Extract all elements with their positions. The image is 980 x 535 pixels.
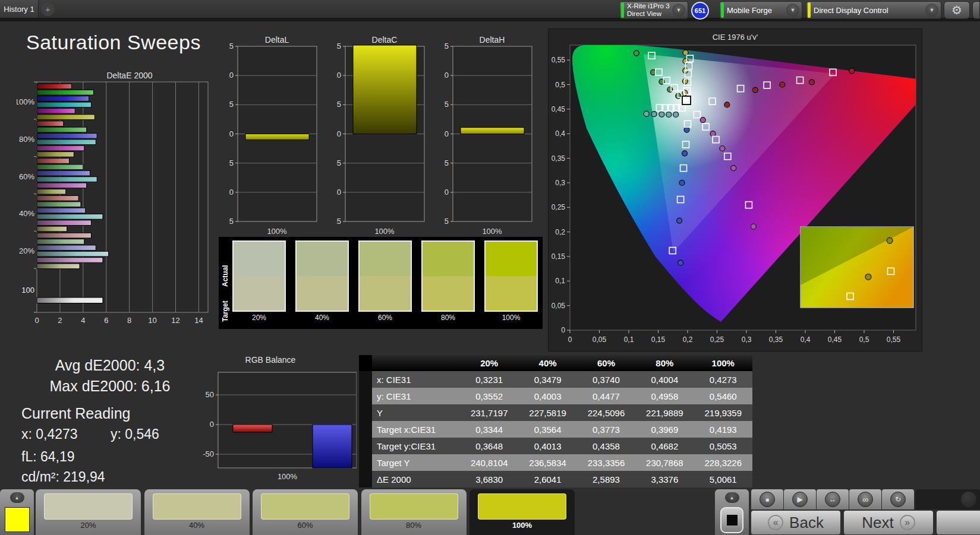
loop-button[interactable]: ∞ bbox=[858, 492, 873, 507]
table-cell: 0,5460 bbox=[694, 388, 752, 404]
level-tile-40%[interactable]: 40% bbox=[144, 489, 250, 535]
svg-text:80%: 80% bbox=[19, 135, 34, 144]
level-tile-60%[interactable]: 60% bbox=[253, 489, 358, 535]
refresh-button[interactable]: ↻ bbox=[890, 492, 906, 507]
level-label: 80% bbox=[361, 521, 467, 530]
step-icon: ↔ bbox=[829, 495, 836, 504]
table-cell: 221,9889 bbox=[635, 404, 694, 421]
svg-text:0,2: 0,2 bbox=[555, 228, 565, 236]
svg-text:0: 0 bbox=[561, 326, 565, 334]
next-label: Next bbox=[862, 514, 893, 532]
table-cell: 0,4682 bbox=[635, 438, 694, 454]
display-control-dropdown[interactable]: Direct Display Control ▼ bbox=[806, 1, 941, 19]
table-column-header: 80% bbox=[635, 355, 694, 371]
stop-icon bbox=[727, 515, 738, 525]
chevron-up-icon[interactable]: ▲ bbox=[10, 492, 24, 503]
table-row-label: Target y:CIE31 bbox=[372, 438, 460, 454]
tab-history-1[interactable]: History 1 bbox=[0, 0, 39, 18]
svg-text:0,4: 0,4 bbox=[801, 335, 811, 344]
partial-toolbar-button[interactable] bbox=[972, 1, 980, 19]
table-row: Target Y240,8104236,5834233,3356230,7868… bbox=[359, 454, 752, 471]
svg-text:0,35: 0,35 bbox=[552, 154, 566, 163]
svg-text:6: 6 bbox=[104, 316, 108, 325]
play-button[interactable]: ▶ bbox=[792, 492, 808, 507]
level-tile-20%[interactable]: 20% bbox=[36, 489, 141, 535]
svg-text:0,5: 0,5 bbox=[859, 335, 869, 344]
svg-text:15: 15 bbox=[336, 42, 341, 50]
actual-swatch bbox=[297, 242, 348, 276]
table-row-label: ΔE 2000 bbox=[372, 471, 460, 487]
next-button[interactable]: Next » bbox=[844, 511, 933, 534]
level-swatch bbox=[44, 493, 133, 520]
tab-label: History 1 bbox=[4, 5, 34, 14]
source-dropdown[interactable]: Mobile Forge ▼ bbox=[719, 1, 802, 19]
transport-segment: ↔ bbox=[817, 489, 849, 509]
svg-text:-15: -15 bbox=[444, 217, 449, 226]
table-cell: 0,3231 bbox=[460, 371, 518, 388]
table-cell: 0,3344 bbox=[460, 421, 518, 438]
step-button[interactable]: ↔ bbox=[825, 492, 840, 507]
chevron-down-icon: ▼ bbox=[786, 4, 799, 17]
svg-text:-10: -10 bbox=[444, 188, 449, 197]
actual-swatch bbox=[234, 242, 285, 276]
chevron-down-icon: ▼ bbox=[672, 4, 685, 17]
back-label: Back bbox=[789, 514, 824, 532]
compare-swatch-20% bbox=[232, 240, 286, 312]
table-cell: 2,5893 bbox=[577, 471, 635, 487]
svg-text:100%: 100% bbox=[267, 227, 287, 236]
svg-text:0: 0 bbox=[337, 129, 341, 138]
table-cell: 0,3773 bbox=[577, 421, 635, 438]
table-cell: 0,3552 bbox=[460, 388, 518, 404]
svg-text:40%: 40% bbox=[19, 209, 34, 218]
level-tile-100%[interactable]: 100% bbox=[469, 489, 575, 535]
chevron-up-icon[interactable]: ▲ bbox=[725, 492, 739, 503]
svg-text:0,55: 0,55 bbox=[887, 335, 901, 344]
svg-text:-15: -15 bbox=[336, 217, 341, 226]
back-button[interactable]: « Back bbox=[751, 511, 840, 534]
deltaH-chart: DeltaH151050-5-10-15100% bbox=[444, 33, 543, 239]
table-cell: 0,4958 bbox=[635, 388, 694, 404]
table-row: Target y:CIE310,36480,40130,43580,46820,… bbox=[359, 438, 752, 454]
svg-text:0,4: 0,4 bbox=[555, 129, 565, 138]
actual-swatch bbox=[360, 242, 411, 276]
table-cell: 0,4273 bbox=[694, 371, 752, 388]
chevron-double-left-icon: « bbox=[768, 515, 783, 530]
svg-text:CIE 1976 u'v': CIE 1976 u'v' bbox=[713, 33, 758, 42]
level-label: 100% bbox=[469, 521, 575, 530]
compare-swatch-label: 40% bbox=[294, 314, 350, 322]
stop-button[interactable]: ■ bbox=[760, 492, 775, 507]
svg-text:DeltaE 2000: DeltaE 2000 bbox=[106, 71, 152, 80]
table-cell: 0,4477 bbox=[577, 388, 635, 404]
level-swatch bbox=[478, 493, 566, 520]
svg-text:0,15: 0,15 bbox=[552, 252, 566, 261]
compare-swatch-label: 80% bbox=[420, 314, 476, 322]
svg-text:20%: 20% bbox=[19, 246, 34, 255]
chevron-down-icon: ▼ bbox=[925, 4, 938, 17]
level-tile-80%[interactable]: 80% bbox=[361, 489, 467, 535]
meter-dropdown[interactable]: X-Rite i1Pro 3 Direct View ▼ bbox=[619, 1, 688, 19]
partial-nav-button[interactable] bbox=[937, 511, 980, 534]
svg-text:-5: -5 bbox=[336, 159, 341, 167]
svg-text:0,15: 0,15 bbox=[651, 335, 666, 344]
stop-measure-button[interactable] bbox=[720, 507, 743, 533]
settings-button[interactable]: ⚙ bbox=[944, 1, 970, 19]
table-cell: 5,0061 bbox=[694, 471, 752, 487]
table-cell: 219,9359 bbox=[694, 404, 752, 421]
svg-text:DeltaL: DeltaL bbox=[265, 35, 289, 45]
app-window: History 1 + X-Rite i1Pro 3 Direct View ▼… bbox=[0, 0, 980, 535]
table-cell: 228,3226 bbox=[694, 454, 752, 471]
svg-text:0,2: 0,2 bbox=[683, 335, 693, 344]
table-row: y: CIE310,35520,40030,44770,49580,5460 bbox=[359, 388, 752, 404]
compare-swatch-label: 20% bbox=[231, 314, 287, 322]
source-status-strip bbox=[721, 2, 724, 18]
table-row-label: Target Y bbox=[372, 454, 460, 471]
add-tab-button[interactable]: + bbox=[41, 2, 55, 16]
table-column-header: 40% bbox=[518, 355, 576, 371]
svg-text:-15: -15 bbox=[229, 217, 234, 226]
svg-text:8: 8 bbox=[127, 316, 131, 325]
level-swatch bbox=[370, 493, 458, 520]
svg-text:100%: 100% bbox=[278, 472, 298, 481]
table-cell: 0,3740 bbox=[577, 371, 635, 388]
table-cell: 0,5053 bbox=[694, 438, 752, 454]
compare-swatch-40% bbox=[295, 240, 349, 312]
